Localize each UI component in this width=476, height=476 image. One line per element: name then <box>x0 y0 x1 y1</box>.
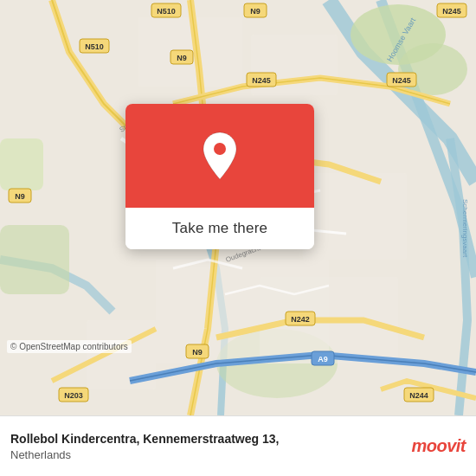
bottom-bar: Rollebol Kindercentra, Kennemerstraatweg… <box>0 415 476 476</box>
svg-text:N245: N245 <box>392 76 411 85</box>
location-pin-icon <box>199 131 241 181</box>
svg-text:N244: N244 <box>409 391 428 400</box>
moovit-logo: moovit <box>411 436 466 456</box>
svg-rect-10 <box>303 173 407 260</box>
svg-text:N203: N203 <box>64 391 83 400</box>
take-me-there-button[interactable]: Take me there <box>125 208 314 249</box>
location-info: Rollebol Kindercentra, Kennemerstraatweg… <box>10 431 279 461</box>
moovit-logo-text: moovit <box>411 436 466 456</box>
svg-point-2 <box>398 43 467 95</box>
svg-rect-4 <box>0 138 43 190</box>
svg-text:N9: N9 <box>177 54 187 62</box>
svg-text:N510: N510 <box>157 7 176 16</box>
location-title: Rollebol Kindercentra, Kennemerstraatweg… <box>10 431 279 448</box>
location-popup: Take me there <box>125 104 314 249</box>
location-subtitle: Netherlands <box>10 448 279 461</box>
popup-header <box>125 104 314 208</box>
svg-point-42 <box>214 143 226 155</box>
svg-text:A9: A9 <box>318 355 328 363</box>
svg-text:N9: N9 <box>192 348 203 357</box>
svg-text:N9: N9 <box>250 7 261 16</box>
svg-text:N245: N245 <box>442 7 461 16</box>
svg-text:N510: N510 <box>85 42 104 51</box>
map-container: N510 N9 N9 N9 N245 N245 N242 A9 N203 N24… <box>0 0 476 415</box>
osm-credit: © OpenStreetMap contributors <box>7 340 132 353</box>
svg-text:N242: N242 <box>291 315 310 324</box>
svg-text:Schermeringsvaart: Schermeringsvaart <box>461 199 469 258</box>
svg-rect-3 <box>0 225 69 294</box>
svg-text:N245: N245 <box>252 76 271 85</box>
svg-text:N9: N9 <box>15 192 25 201</box>
